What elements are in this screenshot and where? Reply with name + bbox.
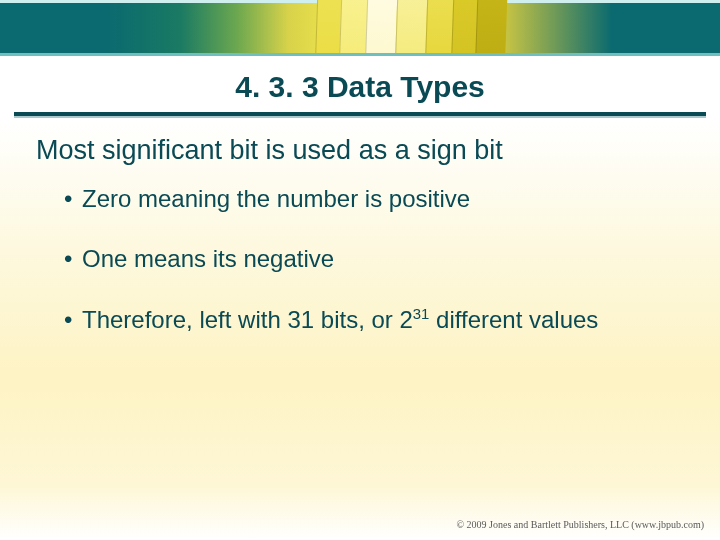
bullet-suffix: different values bbox=[429, 306, 598, 333]
slide-body: Most significant bit is used as a sign b… bbox=[0, 118, 720, 336]
bullet-superscript: 31 bbox=[413, 306, 430, 322]
slide: 4. 3. 3 Data Types Most significant bit … bbox=[0, 0, 720, 540]
banner-bottom-edge bbox=[0, 53, 720, 56]
bullet-item: Therefore, left with 31 bits, or 231 dif… bbox=[82, 305, 700, 336]
bullet-item: Zero meaning the number is positive bbox=[82, 184, 700, 215]
balloon-graphic bbox=[314, 0, 511, 56]
bullet-prefix: Therefore, left with 31 bits, or 2 bbox=[82, 306, 413, 333]
bullet-text: One means its negative bbox=[82, 245, 334, 272]
slide-title: 4. 3. 3 Data Types bbox=[0, 56, 720, 112]
lead-text: Most significant bit is used as a sign b… bbox=[36, 134, 700, 168]
bullet-text: Zero meaning the number is positive bbox=[82, 185, 470, 212]
title-rule bbox=[14, 112, 706, 118]
copyright-footer: © 2009 Jones and Bartlett Publishers, LL… bbox=[457, 519, 704, 530]
header-banner bbox=[0, 0, 720, 56]
bullet-list: Zero meaning the number is positive One … bbox=[48, 184, 700, 336]
bullet-item: One means its negative bbox=[82, 244, 700, 275]
